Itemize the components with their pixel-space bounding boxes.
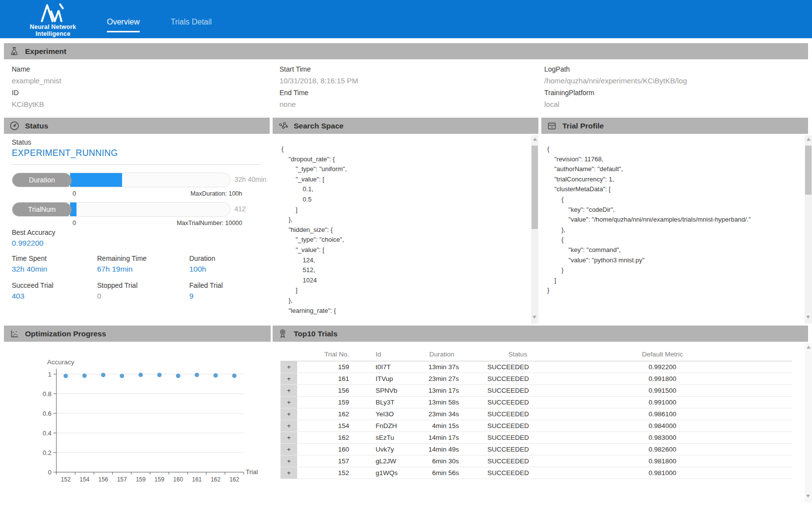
progress-track: TrialNum — [12, 202, 230, 217]
trial-profile-section-header: Trial Profile — [541, 118, 808, 134]
x-tick-label: 162 — [211, 476, 221, 483]
x-tick-label: 154 — [79, 476, 89, 483]
filler-cell — [768, 408, 792, 420]
scatter-point[interactable] — [157, 373, 162, 377]
trial-duration-cell: 14min 17s — [425, 431, 459, 443]
trialnum-progress-bar: TrialNum 412 0 MaxTrialNumber: 10000 — [12, 202, 267, 230]
trial-status-cell: SUCCEEDED — [459, 443, 557, 455]
scrollbar-thumb[interactable] — [805, 146, 812, 195]
trial-no-cell: 154 — [297, 420, 351, 431]
stat-label: Stopped Trial — [97, 281, 181, 289]
expand-row-button[interactable]: + — [280, 384, 297, 396]
field-value: example_mnist — [12, 75, 61, 87]
trial-row: +159t0I7T13min 37sSUCCEEDED0.992200 — [280, 361, 792, 373]
scatter-point[interactable] — [64, 374, 68, 378]
table-header-row: Trial No. Id Duration Status Default Met… — [280, 348, 792, 361]
trial-status-cell: SUCCEEDED — [459, 408, 557, 420]
trial-duration-cell: 6min 30s — [425, 455, 459, 467]
stat-duration: Duration100h — [189, 254, 274, 274]
expand-row-button[interactable]: + — [280, 361, 297, 373]
scroll-down-icon[interactable] — [806, 316, 810, 319]
scatter-point[interactable] — [138, 373, 143, 377]
x-axis-title: Trial — [246, 468, 258, 476]
y-tick-label: 1 — [48, 371, 51, 378]
trial-id-cell: g1WQs — [351, 467, 425, 479]
scatter-point[interactable] — [213, 373, 218, 378]
expand-row-button[interactable]: + — [280, 420, 297, 431]
tab-overview[interactable]: Overview — [107, 18, 140, 32]
field-label: ID — [12, 87, 61, 99]
top10-scrollbar[interactable] — [805, 343, 812, 503]
scatter-point[interactable] — [120, 374, 124, 378]
trial-metric-cell: 0.991000 — [557, 396, 768, 408]
trial-id-cell: sEzTu — [351, 431, 425, 443]
scrollbar-thumb[interactable] — [532, 146, 538, 229]
top-navbar: Neural Network Intelligence Overview Tri… — [0, 0, 812, 38]
expand-row-button[interactable]: + — [280, 431, 297, 443]
scroll-up-icon[interactable] — [807, 138, 811, 141]
expand-row-button[interactable]: + — [280, 467, 297, 479]
y-tick-label: 0.6 — [43, 410, 51, 417]
progress-max: MaxDuration: 100h — [12, 190, 242, 197]
filler-cell — [768, 420, 792, 431]
expand-row-button[interactable]: + — [280, 443, 297, 455]
x-tick-label: 160 — [173, 476, 183, 483]
tab-trials-detail[interactable]: Trials Detail — [171, 18, 212, 31]
trial-profile-scrollbar[interactable] — [805, 135, 812, 324]
field-value: KCiBytKB — [12, 99, 61, 110]
trial-metric-cell: 0.984000 — [557, 420, 768, 431]
top10-section-header: Top10 Trials — [273, 326, 808, 342]
scatter-point[interactable] — [232, 374, 236, 378]
expand-row-button[interactable]: + — [280, 408, 297, 420]
trial-row: +152g1WQs6min 56sSUCCEEDED0.981000 — [280, 467, 792, 479]
stat-stopped-trial: Stopped Trial0 — [97, 281, 181, 301]
trial-id-cell: t0I7T — [351, 361, 425, 373]
trial-no-cell: 161 — [297, 373, 351, 384]
filler-cell — [768, 384, 792, 396]
expand-row-button[interactable]: + — [280, 455, 297, 467]
trial-profile-section-title: Trial Profile — [562, 122, 604, 130]
progress-label: TrialNum — [12, 202, 72, 217]
top10-trials-table: Trial No. Id Duration Status Default Met… — [280, 348, 792, 479]
trial-metric-cell: 0.986100 — [557, 408, 768, 420]
scatter-point[interactable] — [101, 373, 105, 377]
trial-id-cell: BLy3T — [351, 396, 425, 408]
filler-cell — [768, 431, 792, 443]
experiment-column-times: Start Time10/31/2018, 8:16:15 PMEnd Time… — [279, 63, 358, 110]
stat-value: 403 — [12, 292, 96, 301]
trial-status-cell: SUCCEEDED — [459, 455, 557, 467]
trial-profile-panel: { "revision": 11768, "authorName": "defa… — [541, 134, 808, 324]
search-space-scrollbar[interactable] — [531, 135, 538, 324]
search-space-panel: { "dropout_rate": { "_type": "uniform", … — [273, 134, 538, 324]
expand-row-button[interactable]: + — [280, 396, 297, 408]
optimization-progress-chart: Accuracy Trial 10.80.60.40.2015215415615… — [4, 342, 271, 505]
scatter-point[interactable] — [195, 373, 199, 377]
stat-value: 100h — [189, 265, 274, 274]
progress-max: MaxTrialNumber: 10000 — [12, 220, 242, 227]
stat-succeed-trial: Succeed Trial403 — [12, 281, 96, 301]
filler-cell — [768, 373, 792, 384]
expand-row-button[interactable]: + — [280, 373, 297, 384]
scatter-point[interactable] — [82, 374, 87, 378]
field-value: none — [279, 99, 358, 110]
trial-duration-cell: 23min 27s — [425, 373, 459, 384]
stat-label: Succeed Trial — [12, 281, 96, 289]
scroll-down-icon[interactable] — [806, 495, 810, 498]
scroll-down-icon[interactable] — [533, 316, 536, 319]
field-value: local — [544, 99, 687, 110]
trial-status-cell: SUCCEEDED — [459, 384, 557, 396]
trial-id-cell: FnDZH — [351, 420, 425, 431]
scroll-up-icon[interactable] — [533, 138, 537, 141]
scatter-point[interactable] — [176, 374, 180, 378]
field-label: Name — [12, 63, 61, 75]
filler-cell — [768, 396, 792, 408]
trial-metric-cell: 0.982600 — [557, 443, 768, 455]
scroll-up-icon[interactable] — [807, 346, 811, 349]
trial-row: +156SPNVb13min 17sSUCCEEDED0.991500 — [280, 384, 792, 396]
progress-current-value: 412 — [234, 205, 246, 213]
trial-row: +162sEzTu14min 17sSUCCEEDED0.983000 — [280, 431, 792, 443]
trial-row: +160Uvk7y14min 49sSUCCEEDED0.982600 — [280, 443, 792, 455]
trial-status-cell: SUCCEEDED — [459, 373, 557, 384]
progress-track: Duration — [12, 173, 230, 187]
column-header-default-metric: Default Metric — [557, 348, 768, 361]
